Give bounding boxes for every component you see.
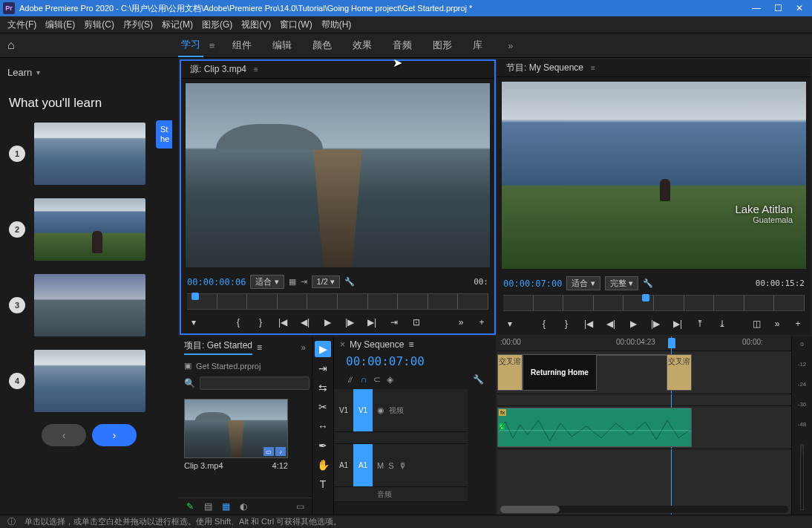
bin-thumbnail[interactable]: ▭♪	[184, 399, 288, 458]
pen-tool[interactable]: ✒	[315, 437, 331, 454]
audio-track-lane[interactable]: fx L	[497, 406, 791, 449]
ripple-edit-tool[interactable]: ⇆	[315, 379, 331, 396]
menu-help[interactable]: 帮助(H)	[318, 17, 355, 33]
workspace-editing[interactable]: 编辑	[269, 34, 295, 56]
title-clip[interactable]: Returning Home	[523, 354, 597, 391]
timeline-ruler[interactable]: :00:00 00:00:04:23 00:00:	[497, 336, 791, 351]
safe-margins-icon[interactable]: ▦	[289, 277, 296, 287]
linked-selection-toggle[interactable]: ⊂	[373, 374, 381, 385]
track-header-v1[interactable]: V1 V1 ◉ 视频	[334, 389, 468, 432]
overwrite-button[interactable]: ⊡	[408, 316, 425, 329]
panel-menu-icon[interactable]: ≡	[591, 64, 595, 72]
program-playhead[interactable]	[642, 294, 649, 302]
workspace-menu-icon[interactable]: ≡	[209, 40, 215, 51]
mark-in-button[interactable]: {	[230, 316, 246, 329]
transition-clip[interactable]: 交叉溶	[497, 354, 523, 391]
workspace-libraries[interactable]: 库	[470, 34, 485, 56]
workspace-audio[interactable]: 音频	[390, 34, 415, 56]
add-marker-button[interactable]: ▾	[502, 317, 518, 330]
learn-tab[interactable]: Learn	[7, 67, 32, 78]
goto-out-button[interactable]: ▶|	[669, 317, 686, 330]
menu-window[interactable]: 窗口(W)	[277, 17, 315, 33]
learn-prev-button[interactable]: ‹	[42, 424, 86, 446]
source-viewport[interactable]	[186, 83, 490, 267]
step-forward-button[interactable]: |▶	[341, 316, 358, 329]
button-editor[interactable]: +	[474, 316, 490, 329]
button-editor[interactable]: +	[790, 317, 806, 330]
workspace-assembly[interactable]: 组件	[229, 34, 255, 56]
settings-icon[interactable]: 🔧	[473, 374, 484, 385]
timeline-tab[interactable]: My Sequence	[350, 339, 404, 350]
menu-sequence[interactable]: 序列(S)	[120, 17, 156, 33]
program-tab[interactable]: 节目: My Sequence	[503, 59, 586, 76]
program-viewport[interactable]: Lake Atitlan Guatemala	[502, 82, 806, 269]
program-timecode-in[interactable]: 00:00:07:00	[503, 278, 562, 289]
program-quality-select[interactable]: 完整 ▾	[605, 276, 638, 290]
panel-menu-icon[interactable]: ≡	[257, 342, 262, 353]
settings-icon[interactable]: 🔧	[344, 277, 355, 287]
video-clip[interactable]	[597, 354, 667, 356]
solo-button[interactable]: S	[388, 461, 393, 470]
program-zoom-select[interactable]: 适合 ▾	[566, 276, 600, 290]
menu-graphics[interactable]: 图形(G)	[199, 17, 235, 33]
learn-item-3[interactable]: 3	[9, 274, 169, 336]
workspace-effects[interactable]: 效果	[350, 34, 375, 56]
workspace-overflow-icon[interactable]: »	[508, 40, 513, 51]
timeline-timecode[interactable]: 00:00:07:00	[334, 353, 496, 373]
add-marker-button[interactable]: ▾	[186, 316, 202, 329]
transition-clip[interactable]: 交叉溶	[667, 354, 692, 391]
source-zoom-select[interactable]: 适合 ▾	[250, 275, 284, 289]
video-track-lane[interactable]: 交叉溶 Returning Home 交叉溶	[497, 351, 791, 394]
source-patch-v1[interactable]: V1	[334, 389, 353, 431]
mark-in-button[interactable]: {	[536, 317, 552, 330]
project-search-input[interactable]	[200, 377, 310, 390]
play-button[interactable]: ▶	[319, 316, 335, 329]
timeline-playhead-head[interactable]	[668, 338, 675, 348]
timeline-zoom-scrollbar[interactable]	[500, 506, 788, 513]
learn-item-2[interactable]: 2	[9, 198, 169, 261]
type-tool[interactable]: T	[315, 476, 331, 492]
zoom-slider[interactable]: ◐	[238, 501, 249, 512]
mark-out-button[interactable]: }	[558, 317, 574, 330]
track-select-tool[interactable]: ⇥	[315, 360, 331, 377]
extract-button[interactable]: ⤓	[714, 317, 730, 330]
program-scrubber[interactable]	[503, 295, 805, 311]
close-button[interactable]: ✕	[796, 3, 803, 13]
project-tab[interactable]: 项目: Get Started	[184, 339, 252, 355]
play-button[interactable]: ▶	[625, 317, 641, 330]
track-header-a1[interactable]: A1 A1 M S 🎙	[334, 444, 468, 487]
workspace-color[interactable]: 颜色	[310, 34, 335, 56]
panel-menu-icon[interactable]: ≡	[408, 339, 413, 350]
source-patch-a1[interactable]: A1	[334, 444, 353, 486]
source-tab[interactable]: 源: Clip 3.mp4	[187, 61, 249, 78]
step-back-button[interactable]: ◀|	[603, 317, 619, 330]
workspace-graphics[interactable]: 图形	[430, 34, 455, 56]
mark-out-button[interactable]: }	[252, 316, 269, 329]
source-resolution-select[interactable]: 1/2 ▾	[312, 276, 340, 288]
learn-item-4[interactable]: 4	[9, 350, 169, 412]
marker-toggle[interactable]: ◈	[387, 374, 393, 385]
learn-next-button[interactable]: ›	[92, 424, 137, 446]
menu-marker[interactable]: 标记(M)	[159, 17, 196, 33]
minimize-button[interactable]: —	[752, 3, 761, 13]
panel-overflow-icon[interactable]: »	[301, 342, 306, 353]
source-timecode-in[interactable]: 00:00:00:06	[187, 277, 246, 287]
insert-button[interactable]: ⇥	[386, 316, 402, 329]
maximize-button[interactable]: ☐	[774, 3, 782, 13]
source-scrubber[interactable]	[187, 293, 488, 310]
resolution-toggle-icon[interactable]: ⇥	[301, 277, 307, 287]
bin-item[interactable]: ▭♪ Clip 3.mp4 4:12	[184, 399, 306, 470]
project-bin[interactable]: ▭♪ Clip 3.mp4 4:12	[178, 393, 312, 498]
settings-icon[interactable]: 🔧	[643, 278, 653, 288]
workspace-learn[interactable]: 学习	[178, 33, 203, 57]
selection-tool[interactable]: ▶	[315, 341, 331, 357]
freeform-view-icon[interactable]: ▦	[220, 501, 232, 512]
timeline-tracks[interactable]: :00:00 00:00:04:23 00:00: 交叉溶 Returning …	[497, 336, 791, 515]
track-target-a1[interactable]: A1	[353, 444, 373, 486]
more-button[interactable]: »	[453, 316, 469, 329]
audio-clip[interactable]: fx L	[497, 408, 692, 447]
close-tab-icon[interactable]: ×	[340, 339, 345, 350]
menu-edit[interactable]: 编辑(E)	[42, 17, 78, 33]
snap-toggle[interactable]: ∩	[361, 374, 367, 385]
goto-out-button[interactable]: ▶|	[364, 316, 380, 329]
